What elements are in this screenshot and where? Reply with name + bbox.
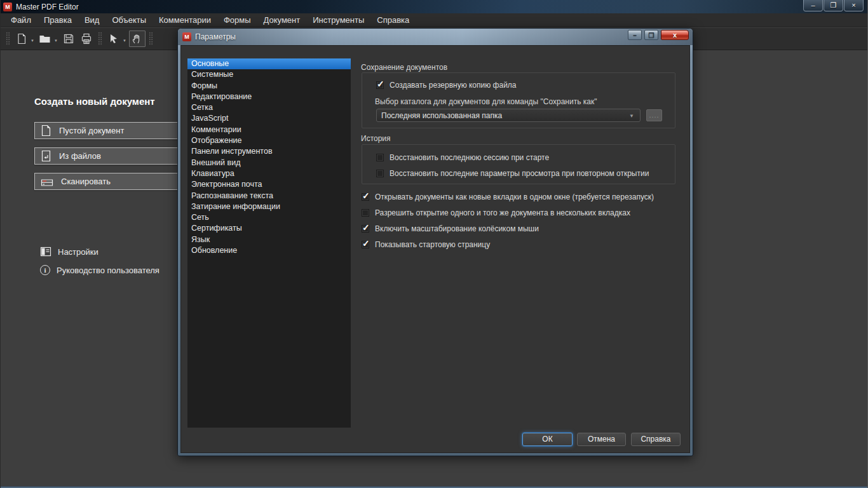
settings-dialog: M Параметры – ❐ x Основные Системные Фор… — [177, 28, 693, 456]
checkbox-box — [362, 209, 369, 217]
toolbar-grip[interactable] — [98, 32, 102, 46]
restore-session-label: Восстановить последнюю сессию при старте — [390, 153, 549, 162]
dialog-close-button[interactable]: x — [661, 30, 689, 40]
main-titlebar: M Master PDF Editor – ❐ × — [1, 0, 867, 13]
browse-button[interactable]: .... — [646, 109, 662, 121]
saving-section-title: Сохранение документов — [361, 63, 447, 72]
restore-button[interactable]: ❐ — [824, 0, 843, 11]
new-document-dropdown-arrow[interactable]: ▼ — [31, 39, 34, 43]
settings-link[interactable]: Настройки — [40, 246, 98, 257]
category-toolbars[interactable]: Панели инструментов — [187, 146, 351, 157]
scan-label: Сканировать — [61, 177, 111, 186]
category-display[interactable]: Отображение — [187, 135, 351, 146]
save-as-directory-label: Выбор каталога для документов для команд… — [375, 97, 597, 106]
settings-category-list: Основные Системные Формы Редактирование … — [187, 58, 351, 428]
mouse-wheel-zoom-checkbox[interactable]: ✓ Включить масштабирование колёсиком мыш… — [362, 224, 539, 233]
select-tool-dropdown-arrow[interactable]: ▼ — [123, 39, 126, 43]
checkbox-box — [376, 170, 384, 177]
hand-tool-icon — [132, 34, 142, 44]
minimize-button[interactable]: – — [803, 0, 823, 11]
menu-objects[interactable]: Объекты — [105, 13, 153, 27]
checkbox-box — [376, 154, 384, 161]
create-new-document-heading: Создать новый документ — [34, 96, 155, 107]
toolbar-grip[interactable] — [6, 32, 10, 46]
menu-comments[interactable]: Комментарии — [153, 13, 217, 27]
dialog-restore-button[interactable]: ❐ — [644, 30, 658, 40]
category-keyboard[interactable]: Клавиатура — [187, 168, 351, 179]
category-text-recognition[interactable]: Распознавание текста — [187, 191, 351, 201]
restore-session-checkbox[interactable]: Восстановить последнюю сессию при старте — [376, 153, 549, 162]
category-grid[interactable]: Сетка — [187, 102, 351, 113]
blank-document-button[interactable]: Пустой документ — [34, 122, 187, 139]
master-pdf-editor-window: M Master PDF Editor – ❐ × Файл Правка Ви… — [0, 0, 868, 488]
show-start-page-checkbox[interactable]: ✓ Показывать стартовую страницу — [362, 240, 490, 249]
window-title: Master PDF Editor — [16, 3, 79, 11]
toolbar-grip[interactable] — [149, 32, 153, 46]
category-redaction[interactable]: Затирание информации — [187, 201, 351, 212]
menu-file[interactable]: Файл — [4, 13, 37, 27]
category-language[interactable]: Язык — [187, 234, 351, 245]
menu-bar: Файл Правка Вид Объекты Комментарии Форм… — [1, 13, 867, 27]
mouse-wheel-zoom-label: Включить масштабирование колёсиком мыши — [375, 224, 539, 233]
chevron-down-icon: ▼ — [629, 113, 634, 119]
info-icon: i — [40, 265, 50, 275]
backup-copy-checkbox[interactable]: ✓ Создавать резервную копию файла — [376, 81, 517, 90]
category-email[interactable]: Электронная почта — [187, 179, 351, 190]
dialog-minimize-button[interactable]: – — [628, 30, 642, 40]
open-dropdown-arrow[interactable]: ▼ — [54, 39, 58, 43]
dialog-titlebar: M Параметры – ❐ x — [178, 29, 693, 45]
save-as-directory-combobox[interactable]: Последняя использованная папка ▼ — [376, 109, 641, 122]
dialog-body: Основные Системные Формы Редактирование … — [180, 45, 690, 453]
hand-tool-button[interactable] — [129, 30, 146, 47]
category-network[interactable]: Сеть — [187, 212, 351, 223]
menu-document[interactable]: Документ — [257, 13, 307, 27]
ok-button[interactable]: ОК — [522, 433, 573, 446]
menu-forms[interactable]: Формы — [217, 13, 257, 27]
dialog-app-logo-icon: M — [182, 32, 191, 41]
category-javascript[interactable]: JavaScript — [187, 113, 351, 124]
checkbox-box: ✓ — [376, 81, 384, 89]
user-guide-link[interactable]: i Руководство пользователя — [40, 265, 159, 275]
checkbox-box: ✓ — [362, 193, 369, 201]
close-button[interactable]: × — [844, 0, 864, 11]
print-button[interactable] — [78, 30, 95, 47]
category-comments[interactable]: Комментарии — [187, 125, 351, 135]
allow-same-document-checkbox[interactable]: Разрешить открытие одного и того же доку… — [362, 208, 630, 217]
allow-same-document-label: Разрешить открытие одного и того же доку… — [375, 208, 630, 217]
new-document-icon — [16, 33, 27, 44]
from-files-button[interactable]: Из файлов — [34, 147, 187, 165]
category-general[interactable]: Основные — [187, 58, 351, 69]
open-as-tabs-checkbox[interactable]: ✓ Открывать документы как новые вкладки … — [362, 193, 654, 201]
category-appearance[interactable]: Внешний вид — [187, 158, 351, 168]
menu-tools[interactable]: Инструменты — [306, 13, 370, 27]
cancel-button[interactable]: Отмена — [577, 433, 626, 446]
blank-document-label: Пустой документ — [59, 126, 124, 135]
menu-view[interactable]: Вид — [78, 13, 106, 27]
open-as-tabs-label: Открывать документы как новые вкладки в … — [375, 193, 654, 201]
user-guide-label: Руководство пользователя — [57, 266, 159, 275]
new-document-button[interactable] — [13, 30, 30, 47]
select-tool-button[interactable] — [105, 30, 122, 47]
save-button[interactable] — [60, 30, 77, 47]
category-forms[interactable]: Формы — [187, 81, 351, 92]
app-logo-icon: M — [3, 3, 12, 11]
dialog-title: Параметры — [195, 32, 236, 41]
open-button[interactable] — [37, 30, 53, 47]
blank-document-icon — [41, 125, 51, 137]
menu-edit[interactable]: Правка — [37, 13, 78, 27]
history-section-title: История — [361, 134, 391, 143]
from-files-label: Из файлов — [59, 151, 101, 161]
restore-view-params-checkbox[interactable]: Восстановить последние параметры просмот… — [376, 169, 649, 178]
window-controls: – ❐ × — [803, 0, 864, 11]
menu-help[interactable]: Справка — [370, 13, 416, 27]
category-system[interactable]: Системные — [187, 69, 351, 80]
restore-view-params-label: Восстановить последние параметры просмот… — [390, 169, 649, 178]
checkbox-box: ✓ — [362, 241, 369, 248]
scan-button[interactable]: Сканировать — [34, 173, 187, 190]
dialog-window-controls: – ❐ x — [628, 30, 689, 40]
category-update[interactable]: Обновление — [187, 245, 351, 256]
checkbox-box: ✓ — [362, 225, 369, 233]
category-certificates[interactable]: Сертификаты — [187, 223, 351, 234]
help-button[interactable]: Справка — [631, 433, 681, 446]
category-editing[interactable]: Редактирование — [187, 92, 351, 102]
